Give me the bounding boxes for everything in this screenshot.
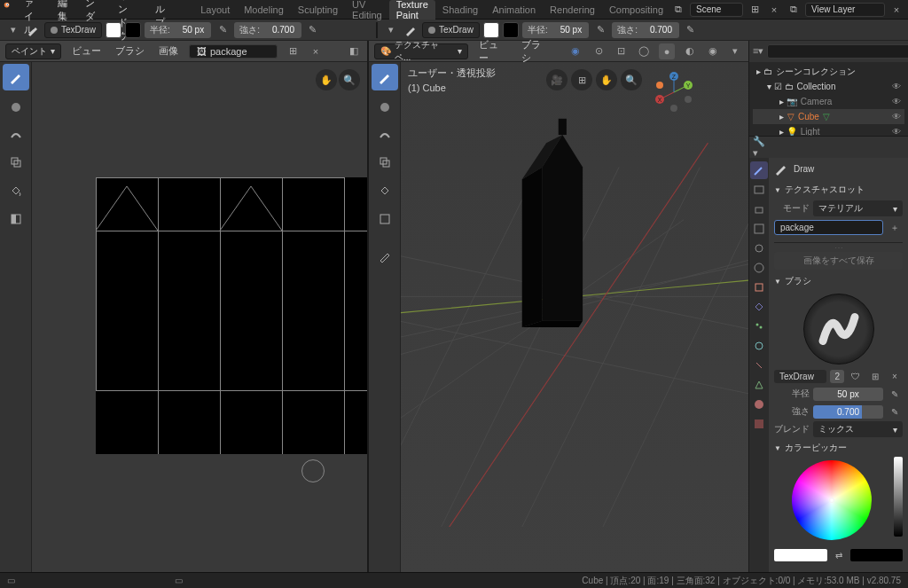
radius-pressure-right-icon[interactable]: ✎ <box>592 22 608 38</box>
color-secondary-swatch[interactable] <box>125 22 141 38</box>
prop-tab-output[interactable] <box>750 200 768 218</box>
add-texture-slot-icon[interactable]: ＋ <box>887 220 903 236</box>
radius-pressure-icon[interactable]: ✎ <box>887 386 903 402</box>
radius-field-left[interactable]: 半径:50 px <box>145 22 211 38</box>
zoom-3d-icon[interactable]: 🔍 <box>621 69 642 90</box>
smear-tool-button[interactable] <box>3 121 29 147</box>
strength-field-right[interactable]: 強さ:0.700 <box>612 22 679 38</box>
shading-solid-icon[interactable]: ● <box>659 43 675 59</box>
brush-new-icon[interactable]: ⊞ <box>867 368 883 384</box>
pan-icon[interactable]: ✋ <box>316 69 337 90</box>
brush-radius-field[interactable]: 50 px <box>813 388 883 401</box>
image-canvas[interactable]: ✋ 🔍 <box>32 62 367 572</box>
brush-name-dropdown[interactable]: TexDraw <box>774 370 826 383</box>
strength-field-left[interactable]: 強さ:0.700 <box>234 22 301 38</box>
shading-rendered-icon[interactable]: ◉ <box>705 43 721 59</box>
prop-tab-object[interactable] <box>750 278 768 296</box>
prop-tab-render[interactable] <box>750 181 768 199</box>
brush-strength-field[interactable]: 0.700 <box>813 405 883 419</box>
smear-tool-3d-button[interactable] <box>372 121 398 147</box>
outliner-search-field[interactable] <box>767 44 908 59</box>
brush-dropdown-right[interactable]: TexDraw <box>422 22 480 38</box>
viewport-menu-brush[interactable]: ブラシ <box>518 38 553 65</box>
color-primary-swatch-right[interactable] <box>483 22 499 38</box>
fill-tool-button[interactable] <box>3 177 29 204</box>
soften-tool-3d-button[interactable] <box>372 92 398 119</box>
prop-tab-data[interactable] <box>750 376 768 394</box>
brush-fake-user-icon[interactable]: 🛡 <box>848 368 864 384</box>
tex-slot-panel-header[interactable]: テクスチャスロット <box>774 181 903 199</box>
image-menu-view[interactable]: ビュー <box>68 44 105 58</box>
prop-tab-material[interactable] <box>750 396 768 413</box>
strength-pressure-icon[interactable]: ✎ <box>887 404 903 419</box>
color-picker-panel-header[interactable]: カラーピッカー <box>774 439 903 457</box>
value-slider[interactable] <box>894 457 903 537</box>
menu-render[interactable]: レンダー <box>76 0 110 19</box>
xray-toggle-icon[interactable]: ⊡ <box>614 43 630 59</box>
outliner-cube[interactable]: ▸ ▽ Cube ▽👁 <box>753 109 904 124</box>
mode-dropdown[interactable]: マテリアル ▾ <box>813 200 903 216</box>
strength-pressure-left-icon[interactable]: ✎ <box>305 22 321 38</box>
properties-type-dropdown[interactable]: 🔧▾ <box>753 139 769 155</box>
image-menu-image[interactable]: 画像 <box>155 44 182 58</box>
prop-tab-world[interactable] <box>750 259 768 277</box>
image-pin-icon[interactable]: ⊞ <box>285 43 301 59</box>
navigation-gizmo[interactable]: Y Z X <box>653 71 695 114</box>
shading-options-icon[interactable]: ▾ <box>727 43 743 59</box>
outliner-light[interactable]: ▸ 💡 Light👁 <box>753 124 904 137</box>
secondary-color-bar[interactable] <box>850 549 904 561</box>
menu-file[interactable]: ファイル <box>15 0 49 19</box>
ws-texturepaint[interactable]: Texture Paint <box>389 0 435 20</box>
fill-tool-3d-button[interactable] <box>372 177 398 204</box>
image-sidebar-toggle-icon[interactable]: ◧ <box>346 43 362 59</box>
scene-delete-icon[interactable]: × <box>766 2 782 18</box>
menu-edit[interactable]: 編集 <box>49 0 76 19</box>
scene-browse-icon[interactable]: ⧉ <box>670 2 686 18</box>
menu-window[interactable]: ウィンドウ <box>109 0 146 19</box>
ws-compositing[interactable]: Compositing <box>602 0 670 20</box>
outliner-camera[interactable]: ▸ 📷 Camera👁 <box>753 94 904 109</box>
brush-panel-header[interactable]: ブラシ <box>774 272 903 290</box>
ws-animation[interactable]: Animation <box>485 0 543 20</box>
primary-color-bar[interactable] <box>774 549 827 561</box>
mask-tool-3d-button[interactable] <box>372 206 398 232</box>
strength-pressure-right-icon[interactable]: ✎ <box>683 22 699 38</box>
prop-tab-physics[interactable] <box>750 337 768 355</box>
clone-tool-button[interactable] <box>3 149 29 176</box>
shading-wireframe-icon[interactable]: ◯ <box>637 43 653 59</box>
color-secondary-swatch-right[interactable] <box>503 22 519 38</box>
viewlayer-browse-icon[interactable]: ⧉ <box>786 2 802 18</box>
image-name-dropdown[interactable]: 🖼 package <box>189 44 278 59</box>
outliner-scene-collection[interactable]: ▸ 🗀 シーンコレクション <box>753 64 904 79</box>
ws-shading[interactable]: Shading <box>435 0 485 20</box>
brush-dropdown-left[interactable]: TexDraw <box>44 22 102 38</box>
ws-modeling[interactable]: Modeling <box>237 0 291 20</box>
radius-pressure-left-icon[interactable]: ✎ <box>215 22 231 38</box>
radius-field-right[interactable]: 半径:50 px <box>522 22 589 38</box>
prop-tab-viewlayer[interactable] <box>750 220 768 238</box>
brush-users-count[interactable]: 2 <box>830 370 844 383</box>
camera-view-icon[interactable]: 🎥 <box>546 69 568 90</box>
pan-3d-icon[interactable]: ✋ <box>596 69 617 90</box>
image-mode-dropdown[interactable]: ペイント ▾ <box>5 43 61 59</box>
prop-tab-modifiers[interactable] <box>750 298 768 316</box>
draw-tool-button[interactable] <box>3 64 29 90</box>
swap-colors-icon[interactable]: ⇄ <box>831 547 847 563</box>
color-primary-swatch[interactable] <box>106 22 121 38</box>
menu-help[interactable]: ヘルプ <box>146 0 176 19</box>
blend-mode-dropdown[interactable]: ミックス ▾ <box>813 421 903 437</box>
color-wheel[interactable] <box>792 460 872 540</box>
save-all-images-button[interactable]: 画像をすべて保存 <box>774 252 903 270</box>
soften-tool-button[interactable] <box>3 92 29 119</box>
ws-rendering[interactable]: Rendering <box>543 0 602 20</box>
prop-tab-tool[interactable] <box>750 161 768 179</box>
prop-tab-constraints[interactable] <box>750 357 768 374</box>
image-menu-brush[interactable]: ブラシ <box>112 44 148 58</box>
draw-tool-3d-button[interactable] <box>372 64 398 90</box>
image-close-icon[interactable]: × <box>308 43 324 59</box>
scene-name-field[interactable]: Scene <box>690 3 743 17</box>
scene-new-icon[interactable]: ⊞ <box>747 2 763 18</box>
outliner-collection[interactable]: ▾ ☑ 🗀 Collection👁 <box>753 79 904 94</box>
clone-tool-3d-button[interactable] <box>372 149 398 176</box>
viewlayer-name-field[interactable]: View Layer <box>805 3 885 17</box>
